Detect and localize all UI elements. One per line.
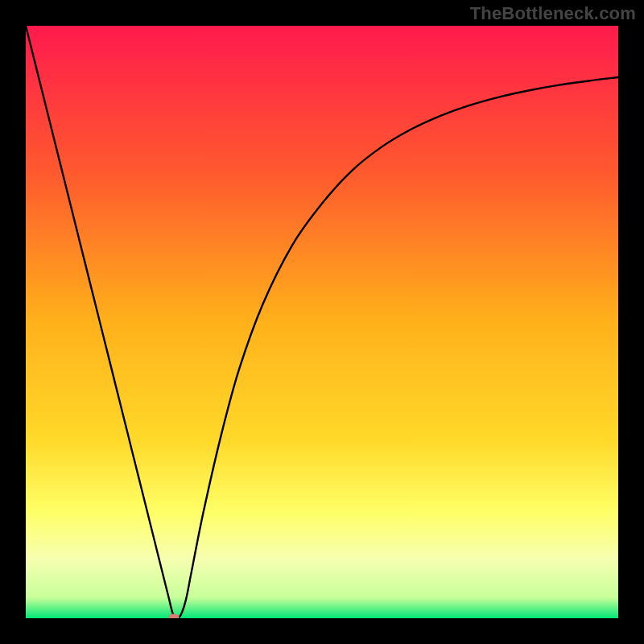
chart-frame: TheBottleneck.com bbox=[0, 0, 644, 644]
chart-svg bbox=[26, 26, 618, 618]
plot-area bbox=[26, 26, 618, 618]
gradient-background bbox=[26, 26, 618, 618]
watermark-text: TheBottleneck.com bbox=[470, 3, 636, 24]
